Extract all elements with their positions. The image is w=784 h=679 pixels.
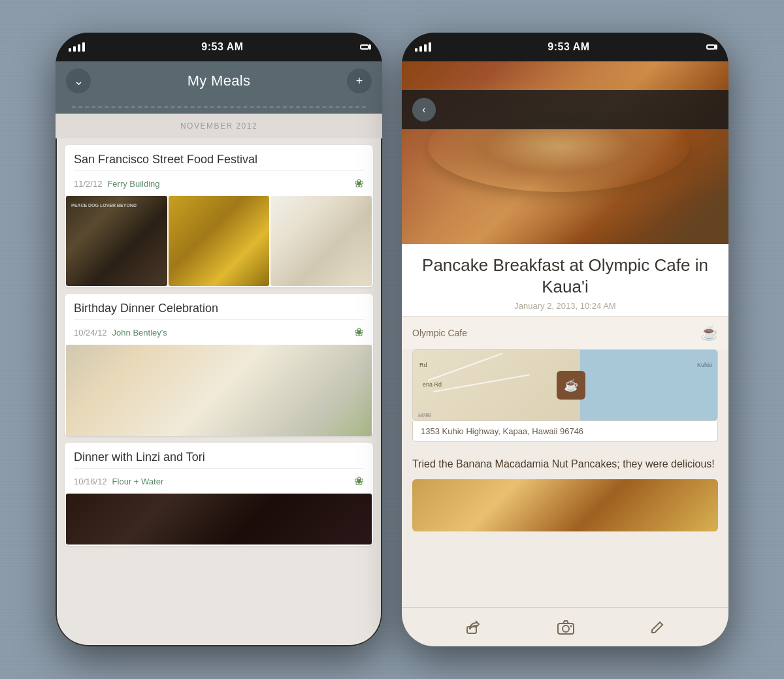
detail-toolbar <box>402 607 728 646</box>
signal-icon-right <box>415 42 431 52</box>
map-pin: ☕ <box>557 371 585 400</box>
venue-name: Olympic Cafe <box>412 328 467 338</box>
photo-chalkboard <box>66 196 167 286</box>
menu-button[interactable]: ⌄ <box>66 69 91 93</box>
chevron-left-icon: ‹ <box>422 104 425 116</box>
share-icon <box>466 620 482 635</box>
photo-people <box>66 494 372 545</box>
back-button[interactable]: ‹ <box>412 98 436 121</box>
detail-title-section: Pancake Breakfast at Olympic Cafe in Kau… <box>402 244 728 316</box>
leaf-icon-3: ❀ <box>354 474 364 488</box>
meal-location-1[interactable]: Ferry Building <box>107 179 159 189</box>
leaf-icon-2: ❀ <box>354 325 364 340</box>
meal-location-2[interactable]: John Bentley's <box>112 328 167 338</box>
detail-datetime: January 2, 2013, 10:24 AM <box>415 301 715 311</box>
status-time-right: 9:53 AM <box>547 41 589 53</box>
share-button[interactable] <box>466 620 482 635</box>
add-meal-button[interactable]: + <box>347 69 372 93</box>
status-bar-left: 9:53 AM <box>56 33 382 61</box>
edit-icon <box>650 620 664 635</box>
detail-notes: Tried the Banana Macadamia Nut Pancakes;… <box>402 449 728 479</box>
camera-icon <box>557 620 574 635</box>
meal-title-3: Dinner with Linzi and Tori <box>74 450 364 464</box>
meal-date-2: 10/24/12 <box>74 328 107 338</box>
map-water <box>580 350 717 420</box>
nav-stitch <box>56 101 382 114</box>
chevron-down-icon: ⌄ <box>74 74 84 88</box>
left-phone: 9:53 AM ⌄ My Meals + NOVEMBER 2012 San F… <box>56 33 382 646</box>
battery-icon-right <box>706 44 715 50</box>
map-label-kuhio: Kuhio <box>697 362 712 368</box>
signal-icon <box>69 42 85 52</box>
meal-title-2: Birthday Dinner Celebration <box>74 302 364 315</box>
meal-date-1: 11/2/12 <box>74 179 102 189</box>
meal-photos-1 <box>65 196 373 287</box>
meal-title-1: San Francisco Street Food Festival <box>74 153 364 166</box>
coffee-pin-icon: ☕ <box>564 378 578 392</box>
detail-nav-bar: ‹ <box>402 90 728 129</box>
bottom-food-photo <box>412 479 718 531</box>
meal-photos-2 <box>65 345 373 436</box>
photo-food <box>270 196 372 286</box>
map-legal-label[interactable]: Legal <box>418 411 431 417</box>
month-label: NOVEMBER 2012 <box>56 114 382 138</box>
meal-card-header-3: Dinner with Linzi and Tori 10/16/12 Flou… <box>65 443 373 494</box>
meal-meta-2: 10/24/12 John Bentley's ❀ <box>74 319 364 340</box>
hero-image <box>402 61 728 244</box>
detail-content: Pancake Breakfast at Olympic Cafe in Kau… <box>402 244 728 646</box>
detail-body: Pancake Breakfast at Olympic Cafe in Kau… <box>402 244 728 607</box>
page-title: My Meals <box>188 72 251 89</box>
meal-date-3: 10/16/12 <box>74 477 107 486</box>
meal-card-3[interactable]: Dinner with Linzi and Tori 10/16/12 Flou… <box>65 443 373 546</box>
meal-photos-3 <box>65 494 373 546</box>
photo-salad <box>66 345 372 436</box>
svg-point-3 <box>570 625 572 627</box>
camera-button[interactable] <box>557 620 574 635</box>
nav-bar-left: ⌄ My Meals + <box>56 61 382 101</box>
svg-point-2 <box>563 625 569 632</box>
photo-bells <box>169 196 270 286</box>
meal-location-3[interactable]: Flour + Water <box>112 477 164 486</box>
detail-title: Pancake Breakfast at Olympic Cafe in Kau… <box>415 255 715 297</box>
meal-card-2[interactable]: Birthday Dinner Celebration 10/24/12 Joh… <box>65 294 373 436</box>
status-bar-right: 9:53 AM <box>402 33 728 61</box>
meals-list: San Francisco Street Food Festival 11/2/… <box>56 138 382 646</box>
map-label-ena: ena Rd <box>423 381 442 388</box>
meal-card-1[interactable]: San Francisco Street Food Festival 11/2/… <box>65 145 373 287</box>
right-phone: 9:53 AM ‹ Pancake Breakfast at Olympic C… <box>402 33 728 646</box>
leaf-icon-1: ❀ <box>354 176 364 191</box>
meal-meta-3: 10/16/12 Flour + Water ❀ <box>74 468 364 488</box>
meal-meta-1: 11/2/12 Ferry Building ❀ <box>74 170 364 191</box>
meal-card-header-2: Birthday Dinner Celebration 10/24/12 Joh… <box>65 294 373 345</box>
meal-card-header-1: San Francisco Street Food Festival 11/2/… <box>65 145 373 196</box>
status-time-left: 9:53 AM <box>201 41 243 53</box>
map-label-rd: Rd <box>419 362 427 368</box>
map-section[interactable]: Rd ena Rd Ka Kuhio ☕ Legal <box>412 349 718 421</box>
address-bar: 1353 Kuhio Highway, Kapaa, Hawaii 96746 <box>412 421 718 442</box>
coffee-cup-icon: ☕ <box>700 324 718 341</box>
venue-section: Olympic Cafe ☕ <box>402 316 728 349</box>
battery-icon-left <box>360 44 369 50</box>
edit-button[interactable] <box>650 620 664 635</box>
screen-content: NOVEMBER 2012 San Francisco Street Food … <box>56 114 382 646</box>
